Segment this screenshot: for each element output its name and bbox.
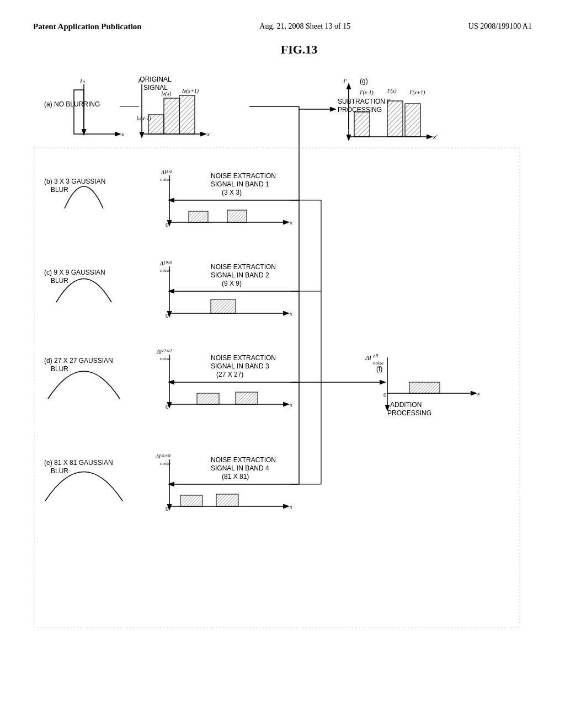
svg-rect-15 bbox=[405, 104, 420, 137]
x-label-f: x bbox=[477, 390, 480, 397]
main-diagram-svg: (a) NO BLURRING I₀ x ORIGINAL SIGNAL I₀ … bbox=[34, 62, 531, 691]
noise-d1: NOISE EXTRACTION bbox=[211, 354, 276, 362]
label-a: (a) NO BLURRING bbox=[44, 100, 100, 108]
svg-rect-33 bbox=[409, 382, 440, 393]
i0x-label: I₀ bbox=[137, 78, 143, 84]
header-publication-label: Patent Application Publication bbox=[33, 22, 142, 31]
label-d1: (d) 27 X 27 GAUSSIAN bbox=[44, 357, 113, 365]
header-date-sheet: Aug. 21, 2008 Sheet 13 of 15 bbox=[259, 22, 350, 31]
noise-d3: (27 X 27) bbox=[216, 371, 243, 378]
x-label-a: x bbox=[121, 131, 124, 137]
noise-c1: NOISE EXTRACTION bbox=[211, 263, 276, 271]
noise-b2: SIGNAL IN BAND 1 bbox=[211, 180, 269, 188]
original-signal-label: ORIGINAL bbox=[140, 76, 172, 83]
subtraction-label1: SUBTRACTION I' bbox=[338, 98, 390, 105]
svg-rect-7 bbox=[164, 98, 179, 134]
x-label-g: x' bbox=[433, 133, 438, 140]
noise-e2: SIGNAL IN BAND 4 bbox=[211, 464, 269, 472]
zero-c: 0 bbox=[166, 312, 169, 319]
iprime-label: I' bbox=[343, 78, 347, 84]
bell-e bbox=[45, 472, 122, 501]
delta-c-label: ΔI⁹ˣ⁹ bbox=[159, 260, 173, 266]
delta-b-label: ΔI³ˣ³ bbox=[161, 169, 172, 175]
label-c1: (c) 9 X 9 GAUSSIAN bbox=[44, 269, 105, 276]
svg-rect-6 bbox=[148, 115, 164, 134]
zero-d: 0 bbox=[166, 403, 169, 410]
noise-c2: SIGNAL IN BAND 2 bbox=[211, 271, 269, 279]
delta-e-noise: noise bbox=[160, 461, 170, 466]
zero-e: 0 bbox=[166, 505, 169, 512]
i0x1-text: I₀(x+1) bbox=[182, 88, 199, 94]
i0-label: I₀ bbox=[79, 78, 85, 84]
page: Patent Application Publication Aug. 21, … bbox=[0, 0, 565, 728]
label-e2: BLUR bbox=[51, 467, 68, 475]
iprime-x: I'(x) bbox=[387, 88, 397, 94]
iprime-x-1: I'(x-1) bbox=[359, 89, 374, 96]
bell-b bbox=[65, 186, 103, 208]
label-d2: BLUR bbox=[51, 365, 68, 373]
noise-b1: NOISE EXTRACTION bbox=[211, 172, 276, 180]
delta-all-super: all bbox=[373, 353, 379, 358]
x-label-e: x bbox=[289, 503, 292, 510]
delta-d-label: ΔI²⁷ˣ²⁷ bbox=[156, 349, 173, 355]
f-label: (f) bbox=[376, 365, 382, 373]
figure-title: FIG.13 bbox=[66, 42, 532, 57]
noise-d2: SIGNAL IN BAND 3 bbox=[211, 362, 269, 370]
svg-rect-8 bbox=[179, 95, 195, 134]
header-patent-number: US 2008/199100 A1 bbox=[468, 22, 532, 31]
i0x-text: I₀(x) bbox=[161, 90, 172, 97]
diagram-area: (a) NO BLURRING I₀ x ORIGINAL SIGNAL I₀ … bbox=[34, 62, 531, 691]
x-label-c: x bbox=[289, 310, 292, 317]
svg-rect-21 bbox=[189, 211, 208, 222]
noise-e3: (81 X 81) bbox=[222, 473, 249, 480]
addition-label2: PROCESSING bbox=[387, 409, 431, 417]
label-c2: BLUR bbox=[51, 277, 68, 285]
addition-label1: ADDITION bbox=[390, 401, 422, 409]
g-label: (g) bbox=[360, 77, 368, 85]
svg-rect-37 bbox=[216, 494, 238, 506]
delta-d-noise: noise bbox=[160, 356, 170, 361]
label-b2: BLUR bbox=[51, 186, 68, 194]
delta-c-noise: noise bbox=[160, 267, 170, 273]
x-label-orig: x bbox=[206, 131, 210, 137]
svg-rect-14 bbox=[387, 101, 403, 137]
delta-e-label: ΔI⁸¹ˣ⁸¹ bbox=[155, 453, 170, 459]
page-header: Patent Application Publication Aug. 21, … bbox=[33, 22, 532, 31]
svg-rect-28 bbox=[197, 393, 219, 404]
svg-rect-25 bbox=[211, 299, 236, 313]
zero-b: 0 bbox=[166, 221, 169, 228]
zero-f: 0 bbox=[383, 392, 387, 398]
x-label-d: x bbox=[289, 401, 292, 408]
noise-b3: (3 X 3) bbox=[222, 189, 242, 196]
bell-d bbox=[48, 371, 120, 399]
svg-rect-29 bbox=[236, 392, 258, 404]
delta-all-sub: noise bbox=[373, 360, 383, 366]
x-label-b: x bbox=[289, 219, 292, 226]
iprime-x1: I'(x+1) bbox=[409, 89, 425, 96]
noise-e1: NOISE EXTRACTION bbox=[211, 456, 276, 464]
label-b1: (b) 3 X 3 GAUSSIAN bbox=[44, 178, 105, 185]
noise-c3: (9 X 9) bbox=[222, 280, 242, 287]
delta-b-noise: noise bbox=[160, 176, 170, 182]
label-e1: (e) 81 X 81 GAUSSIAN bbox=[44, 459, 113, 467]
svg-rect-22 bbox=[227, 210, 247, 222]
delta-all-label: ΔI bbox=[365, 354, 372, 362]
svg-rect-3 bbox=[74, 90, 84, 134]
svg-rect-36 bbox=[180, 495, 202, 506]
svg-rect-13 bbox=[354, 112, 370, 137]
svg-rect-52 bbox=[34, 148, 520, 628]
